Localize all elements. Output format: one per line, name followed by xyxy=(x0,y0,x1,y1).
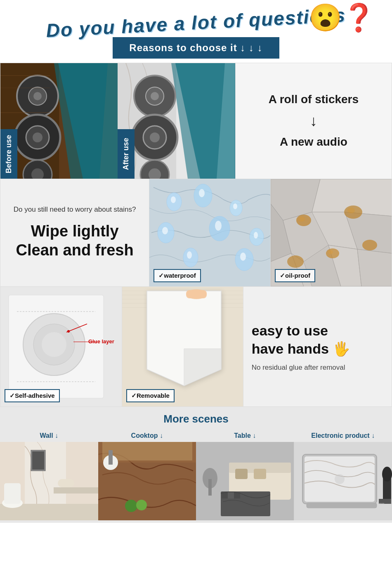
after-label: After use xyxy=(118,129,135,179)
scene-cooktop-label: Cooktop ↓ xyxy=(98,430,196,442)
scenes-grid: Wall ↓ xyxy=(0,430,392,520)
svg-rect-87 xyxy=(54,487,98,494)
glue-label: Glue layer xyxy=(88,338,114,345)
sticker-line2: A new audio xyxy=(280,135,347,148)
sticker-line1: A roll of stickers xyxy=(269,93,359,106)
scene-cooktop-col: Cooktop ↓ xyxy=(98,430,196,520)
svg-rect-103 xyxy=(228,492,234,498)
before-after-section: Before use xyxy=(0,63,392,179)
more-scenes-title: More scenes xyxy=(0,413,392,425)
svg-point-6 xyxy=(33,92,42,100)
svg-point-33 xyxy=(233,203,237,209)
svg-text:book: book xyxy=(378,503,384,505)
svg-point-24 xyxy=(150,132,160,142)
svg-point-106 xyxy=(203,468,217,489)
easy-title: easy to use have hands 🖐 xyxy=(252,321,350,358)
adhesive-section: Glue layer ✓Self-adhesive ✓Removable eas… xyxy=(0,287,392,407)
svg-point-62 xyxy=(362,240,377,250)
header-title: Do you have a lot of questions xyxy=(37,0,354,42)
easy-use-panel: easy to use have hands 🖐 No residual glu… xyxy=(243,287,392,406)
svg-point-95 xyxy=(136,500,147,510)
scene-table-label: Table ↓ xyxy=(196,430,294,442)
before-after-panels: Before use xyxy=(0,63,235,179)
wipe-section: Do you still need to worry about stains?… xyxy=(0,179,392,287)
scene-electronic-col: Electronic product ↓ xyxy=(294,430,392,520)
scene-table-img xyxy=(196,442,294,520)
header-section: Do you have a lot of questions 😮❓ Reason… xyxy=(0,0,392,63)
scene-wall-img xyxy=(0,442,98,520)
svg-point-41 xyxy=(187,251,192,259)
svg-point-114 xyxy=(382,467,392,482)
adhesive-panel: Glue layer ✓Self-adhesive xyxy=(0,287,122,406)
after-panel: After use xyxy=(118,63,235,179)
svg-rect-108 xyxy=(254,469,266,479)
scene-cooktop-img xyxy=(98,442,196,520)
waterproof-badge: ✓waterproof xyxy=(153,269,201,282)
before-panel: Before use xyxy=(0,63,118,179)
oilproof-panel: ✓oil-proof xyxy=(270,179,392,286)
before-label: Before use xyxy=(0,129,17,179)
removable-badge: ✓Removable xyxy=(126,389,175,402)
scene-wall-col: Wall ↓ xyxy=(0,430,98,520)
svg-point-61 xyxy=(287,255,304,268)
svg-point-59 xyxy=(326,248,339,258)
svg-point-37 xyxy=(215,221,222,231)
svg-rect-81 xyxy=(186,290,207,298)
svg-point-21 xyxy=(151,92,159,100)
svg-point-39 xyxy=(254,232,258,239)
question-emoji: 😮❓ xyxy=(309,4,375,31)
oilproof-badge: ✓oil-proof xyxy=(275,269,315,282)
scene-wall-label: Wall ↓ xyxy=(0,430,98,442)
svg-rect-117 xyxy=(307,503,377,508)
reasons-banner: Reasons to choose it ↓ ↓ ↓ xyxy=(113,37,279,59)
svg-rect-88 xyxy=(58,479,74,487)
svg-marker-54 xyxy=(357,249,392,286)
more-scenes-section: More scenes Wall ↓ xyxy=(0,407,392,523)
svg-point-58 xyxy=(347,208,355,213)
sticker-arrow: ↓ xyxy=(310,112,317,129)
svg-point-56 xyxy=(298,217,305,222)
sticker-info-panel: A roll of stickers ↓ A new audio xyxy=(235,63,392,179)
svg-point-31 xyxy=(199,189,205,197)
svg-point-71 xyxy=(67,330,70,333)
svg-rect-102 xyxy=(222,492,228,498)
scene-electronic-label: Electronic product ↓ xyxy=(294,430,392,442)
svg-rect-90 xyxy=(32,451,44,470)
svg-point-60 xyxy=(328,250,333,254)
svg-point-9 xyxy=(33,132,43,142)
svg-point-35 xyxy=(162,227,168,234)
waterproof-panel: ✓waterproof xyxy=(149,179,270,286)
svg-point-112 xyxy=(335,474,345,484)
svg-point-43 xyxy=(240,253,246,261)
svg-point-67 xyxy=(42,332,66,357)
svg-point-94 xyxy=(125,500,137,512)
easy-subtitle: No residual glue after removal xyxy=(252,364,345,372)
wipe-text-panel: Do you still need to worry about stains?… xyxy=(0,179,149,286)
svg-point-29 xyxy=(171,196,176,203)
scene-table-col: Table ↓ xyxy=(196,430,294,520)
removable-panel: ✓Removable xyxy=(122,287,243,406)
scene-electronic-img: book xyxy=(294,442,392,520)
svg-rect-107 xyxy=(235,469,248,479)
svg-rect-104 xyxy=(234,492,240,498)
wipe-main-text: Wipe lightly Clean and fresh xyxy=(9,222,141,260)
svg-rect-97 xyxy=(109,450,113,465)
adhesive-badge: ✓Self-adhesive xyxy=(5,389,60,402)
wipe-subtitle: Do you still need to worry about stains? xyxy=(9,205,141,214)
svg-rect-86 xyxy=(4,483,21,504)
